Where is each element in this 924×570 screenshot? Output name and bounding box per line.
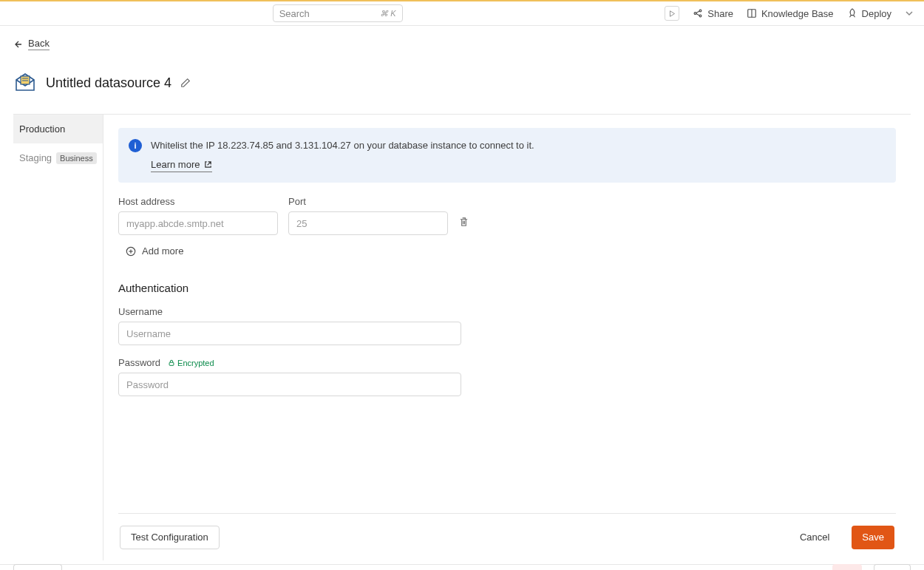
svg-line-4 [696, 14, 700, 16]
page-title: Untitled datasource 4 [46, 75, 171, 91]
password-label: Password [118, 357, 160, 368]
save-label: Save [862, 532, 884, 543]
add-more-label: Add more [142, 245, 183, 257]
port-field: Port [288, 196, 448, 235]
play-icon [669, 10, 676, 17]
deploy-label: Deploy [862, 8, 891, 19]
search-shortcut: ⌘ K [380, 9, 395, 18]
host-label: Host address [118, 196, 278, 207]
host-field: Host address [118, 196, 278, 235]
rocket-icon [847, 8, 857, 18]
topbar-right: Share Knowledge Base Deploy [665, 6, 914, 21]
learn-more-link[interactable]: Learn more [151, 157, 212, 173]
mail-icon [13, 71, 37, 95]
back-link[interactable]: Back [13, 38, 50, 50]
body: Production Staging Business i Whitelist … [13, 114, 911, 560]
password-label-row: Password Encrypted [118, 357, 896, 368]
knowledge-base-label: Knowledge Base [761, 8, 834, 19]
topbar: Search ⌘ K Share Knowledge Base Deploy [0, 0, 924, 26]
sidebar-item-label: Staging [19, 152, 52, 163]
svg-point-2 [699, 15, 702, 17]
topbar-center: Search ⌘ K [10, 4, 665, 22]
info-icon: i [129, 139, 142, 152]
svg-line-3 [696, 11, 700, 13]
title-row: Untitled datasource 4 [13, 71, 911, 95]
chevron-down-icon[interactable] [905, 9, 914, 18]
host-input[interactable] [118, 211, 278, 235]
encrypted-badge: Encrypted [168, 359, 214, 367]
external-link-icon [204, 160, 212, 169]
lock-icon [168, 359, 175, 367]
svg-point-1 [699, 10, 702, 12]
sidebar-item-label: Production [19, 123, 65, 135]
username-label: Username [118, 306, 896, 317]
svg-point-0 [694, 13, 696, 15]
username-field: Username [118, 306, 896, 345]
help-chip[interactable] [874, 564, 911, 570]
sidebar-item-staging[interactable]: Staging Business [13, 143, 103, 172]
form-area: i Whitelist the IP 18.223.74.85 and 3.13… [118, 128, 896, 513]
username-input[interactable] [118, 322, 461, 345]
share-button[interactable]: Share [693, 8, 733, 19]
password-field: Password Encrypted [118, 357, 896, 396]
cancel-label: Cancel [800, 532, 829, 543]
share-label: Share [707, 8, 733, 19]
datasource-icon [13, 71, 37, 95]
test-label: Test Configuration [131, 532, 208, 543]
back-label: Back [28, 38, 50, 50]
search-input[interactable]: Search ⌘ K [273, 4, 403, 22]
password-input[interactable] [118, 373, 461, 396]
page-header: Back Untitled datasource 4 Production St… [0, 26, 924, 560]
deploy-button[interactable]: Deploy [847, 8, 891, 19]
error-chip[interactable] [832, 564, 862, 570]
share-icon [693, 8, 703, 18]
bottom-status-bar [0, 564, 924, 570]
info-banner: i Whitelist the IP 18.223.74.85 and 3.13… [118, 128, 896, 183]
test-configuration-button[interactable]: Test Configuration [120, 526, 220, 549]
banner-text: Whitelist the IP 18.223.74.85 and 3.131.… [151, 138, 534, 153]
port-label: Port [288, 196, 448, 207]
run-button[interactable] [665, 6, 679, 21]
footer: Test Configuration Cancel Save [118, 513, 896, 560]
env-sidebar: Production Staging Business [13, 115, 103, 560]
delete-endpoint-button[interactable] [458, 217, 469, 235]
add-more-button[interactable]: Add more [126, 245, 896, 257]
business-badge: Business [56, 152, 97, 164]
host-port-row: Host address Port [118, 196, 896, 235]
plus-circle-icon [126, 246, 136, 257]
cancel-button[interactable]: Cancel [789, 526, 840, 549]
main-panel: i Whitelist the IP 18.223.74.85 and 3.13… [103, 115, 911, 560]
edit-icon[interactable] [180, 78, 191, 88]
book-icon [747, 8, 757, 18]
bottom-left-chip[interactable] [13, 564, 62, 570]
arrow-left-icon [13, 40, 22, 49]
info-text-wrap: Whitelist the IP 18.223.74.85 and 3.131.… [151, 138, 534, 172]
knowledge-base-button[interactable]: Knowledge Base [747, 8, 834, 19]
save-button[interactable]: Save [852, 526, 894, 549]
trash-icon [458, 217, 469, 228]
learn-more-label: Learn more [151, 157, 200, 172]
sidebar-item-production[interactable]: Production [13, 115, 103, 143]
encrypted-label: Encrypted [177, 359, 214, 367]
search-placeholder: Search [279, 8, 310, 19]
port-input[interactable] [288, 211, 448, 235]
footer-right: Cancel Save [789, 526, 894, 549]
svg-rect-13 [169, 362, 174, 365]
auth-heading: Authentication [118, 282, 896, 294]
bottom-right-group [832, 564, 911, 570]
